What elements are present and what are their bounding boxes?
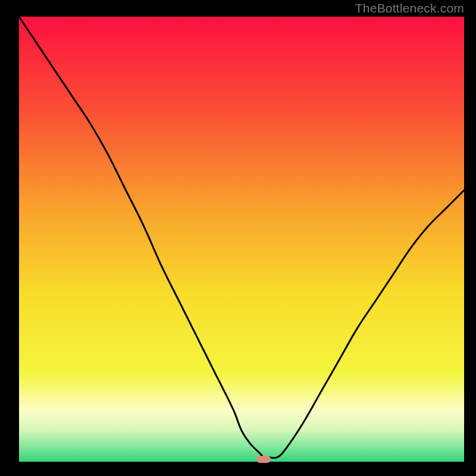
plot-area — [19, 17, 464, 462]
gradient-background — [19, 17, 464, 462]
watermark-text: TheBottleneck.com — [355, 1, 464, 15]
optimum-marker — [256, 456, 271, 463]
chart-frame: TheBottleneck.com — [0, 0, 476, 476]
chart-svg — [19, 17, 464, 462]
